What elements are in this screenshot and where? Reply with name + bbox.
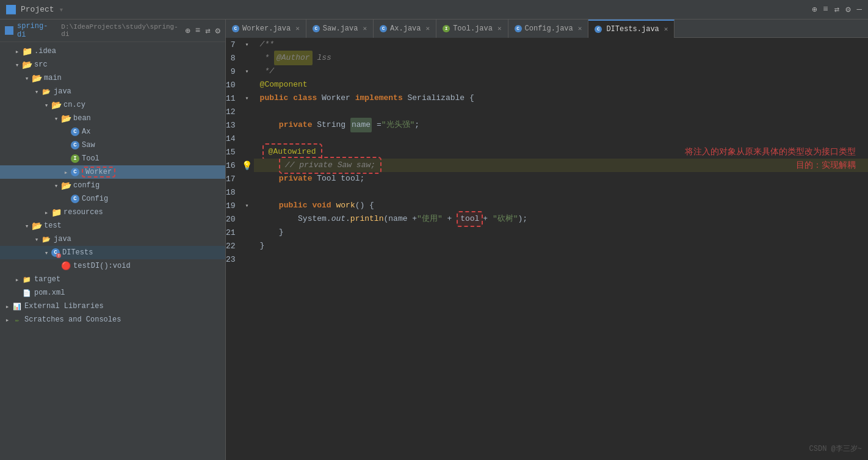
ln23: 23 <box>226 253 241 266</box>
sidebar-list-icon[interactable]: ≡ <box>195 26 200 36</box>
saw-tab-label: Saw.java <box>323 24 358 33</box>
code-line-9-text: */ <box>260 65 274 78</box>
swap-icon[interactable]: ⇄ <box>834 4 839 15</box>
ln11: 11 <box>226 92 241 105</box>
side-comment-line16: 目的：实现解耦 <box>796 159 856 172</box>
tab-ditests[interactable]: C DITests.java ✕ <box>588 20 675 38</box>
ditests-tab-label: DITests.java <box>606 25 659 34</box>
ln16: 16 <box>226 159 241 172</box>
tree-item-config-class[interactable]: C Config <box>0 192 225 206</box>
kw-class: class <box>293 92 317 105</box>
tree-item-pom[interactable]: 📄 pom.xml <box>0 286 225 300</box>
minimize-icon[interactable]: — <box>857 4 862 15</box>
config-folder-icon: 📂 <box>61 181 71 190</box>
tree-item-main[interactable]: 📂 main <box>0 71 225 85</box>
gutter8 <box>241 51 254 65</box>
title-controls: ⊕ ≡ ⇄ ⚙ — <box>812 4 862 15</box>
tree-item-ditests[interactable]: C T DITests <box>0 246 225 259</box>
add-icon[interactable]: ⊕ <box>812 4 817 15</box>
sidebar-add-icon[interactable]: ⊕ <box>185 26 190 36</box>
target-arrow <box>12 276 22 284</box>
title-bar: Project ▾ ⊕ ≡ ⇄ ⚙ — <box>0 0 868 20</box>
main-arrow <box>22 74 32 82</box>
sidebar-swap-icon[interactable]: ⇄ <box>205 26 210 36</box>
tree-item-resources[interactable]: 📁 resources <box>0 206 225 219</box>
saw-tab-close[interactable]: ✕ <box>363 24 367 32</box>
project-icon <box>6 5 16 15</box>
ln22: 22 <box>226 239 241 253</box>
gutter19: ▾ <box>241 199 254 212</box>
tabs-bar: C Worker.java ✕ C Saw.java ✕ C Ax.java ✕… <box>226 20 868 38</box>
ln14: 14 <box>226 132 241 145</box>
tree-item-test[interactable]: 📂 test <box>0 219 225 232</box>
side-comment-line15: 将注入的对象从原来具体的类型改为接口类型 <box>685 145 856 159</box>
fold7[interactable]: ▾ <box>245 41 249 48</box>
code-line-16: // private Saw saw; 目的：实现解耦 <box>254 159 868 172</box>
method-println: println <box>350 212 384 226</box>
java-main-label: java <box>54 87 71 96</box>
tree-item-testdi[interactable]: 🔴 testDI():void <box>0 259 225 273</box>
tool-box-ref: tool <box>457 211 483 227</box>
tree-item-java-test[interactable]: 📂 java <box>0 232 225 246</box>
list-icon[interactable]: ≡ <box>823 4 828 15</box>
ln19: 19 <box>226 199 241 212</box>
tree-item-tool[interactable]: I Tool <box>0 152 225 165</box>
str-guangtouqiang: "光头强" <box>382 118 415 132</box>
bean-icon: 📂 <box>61 113 71 123</box>
ext-libs-arrow <box>2 303 12 311</box>
line-numbers: 7 8 9 10 11 12 13 14 15 16 17 18 19 20 2… <box>226 38 241 460</box>
worker-tab-label: Worker.java <box>242 24 291 33</box>
code-content[interactable]: /** * @Author lss */ @Component public <box>254 38 868 460</box>
tree-item-target[interactable]: 📁 target <box>0 273 225 286</box>
tree-item-saw[interactable]: C Saw <box>0 138 225 152</box>
tab-saw[interactable]: C Saw.java ✕ <box>306 20 374 38</box>
tree-item-worker[interactable]: C Worker <box>0 165 225 179</box>
fold11[interactable]: ▾ <box>245 95 249 102</box>
tree-item-idea[interactable]: 📁 .idea <box>0 45 225 58</box>
code-line-19: public void work () { <box>254 199 868 212</box>
tree-item-ax[interactable]: C Ax <box>0 125 225 138</box>
lightbulb-icon[interactable]: 💡 <box>242 160 252 171</box>
fold19[interactable]: ▾ <box>245 202 249 209</box>
ln17: 17 <box>226 172 241 185</box>
ax-tab-close[interactable]: ✕ <box>426 24 430 32</box>
tree-item-src[interactable]: 📂 src <box>0 58 225 71</box>
code-editor[interactable]: 7 8 9 10 11 12 13 14 15 16 17 18 19 20 2… <box>226 38 868 460</box>
worker-tab-close[interactable]: ✕ <box>295 24 300 32</box>
code-line-8-text: * <box>260 51 274 65</box>
hl-name: name <box>350 118 372 132</box>
fold9[interactable]: ▾ <box>245 68 249 75</box>
tab-ax[interactable]: C Ax.java ✕ <box>374 20 436 38</box>
sidebar-toolbar: ⊕ ≡ ⇄ ⚙ <box>185 26 220 36</box>
code-line-8: * @Author lss <box>254 51 868 65</box>
editor-gutter: ▾ ▾ ▾ 💡 ▾ <box>241 38 254 460</box>
test-arrow <box>22 222 32 230</box>
config-arrow <box>51 182 61 190</box>
idea-arrow <box>12 48 22 56</box>
tab-tool[interactable]: I Tool.java ✕ <box>436 20 508 38</box>
settings-icon[interactable]: ⚙ <box>845 4 850 15</box>
config-tab-label: Config.java <box>525 24 573 33</box>
tab-worker[interactable]: C Worker.java ✕ <box>226 20 306 38</box>
main-folder-icon: 📂 <box>32 73 42 83</box>
cls-worker: Worker <box>322 92 350 105</box>
tab-config[interactable]: C Config.java ✕ <box>508 20 589 38</box>
sidebar-settings-icon[interactable]: ⚙ <box>215 26 220 36</box>
tree-item-config-folder[interactable]: 📂 config <box>0 179 225 192</box>
tool-tab-close[interactable]: ✕ <box>497 24 502 32</box>
target-label: target <box>34 275 60 284</box>
config-tab-close[interactable]: ✕ <box>578 24 582 32</box>
ditests-tab-close[interactable]: ✕ <box>664 25 668 33</box>
tree-item-cn-cy[interactable]: 📂 cn.cy <box>0 98 225 112</box>
gutter15 <box>241 145 254 159</box>
ln21: 21 <box>226 226 241 239</box>
str-kanshu: "砍树" <box>493 212 518 226</box>
tree-item-ext-libs[interactable]: 📊 External Libraries <box>0 300 225 313</box>
test-icon: 📂 <box>32 221 42 231</box>
tree-item-java-main[interactable]: 📂 java <box>0 85 225 98</box>
author-highlight: @Author <box>274 51 313 65</box>
tree-item-scratches[interactable]: ✏️ Scratches and Consoles <box>0 313 225 326</box>
comment-code-box: // private Saw saw; <box>279 157 382 174</box>
tree-item-bean[interactable]: 📂 bean <box>0 112 225 125</box>
ext-libs-icon: 📊 <box>12 301 22 311</box>
